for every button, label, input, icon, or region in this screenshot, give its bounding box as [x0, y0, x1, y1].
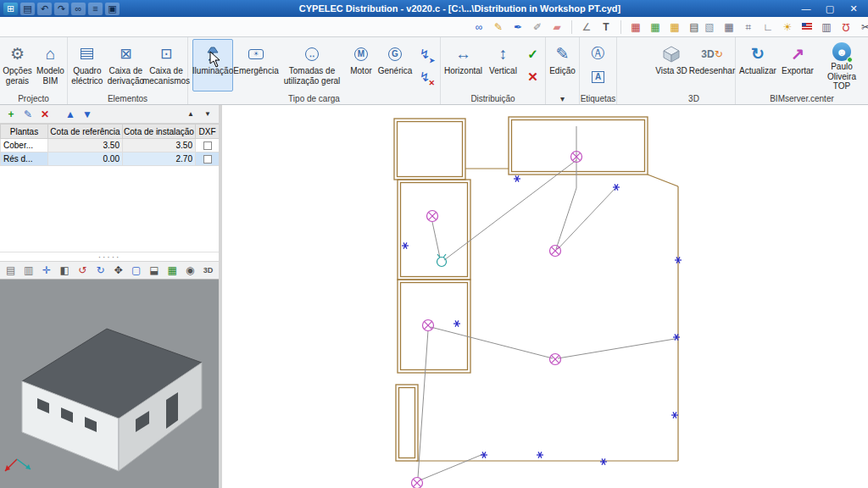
socket-symbol[interactable]: [514, 175, 520, 181]
circuit-wire[interactable]: [432, 222, 440, 258]
modelo-bim-button[interactable]: ⌂ Modelo BIM: [35, 39, 66, 92]
cell-name: Rés d...: [1, 152, 48, 166]
pencil-icon[interactable]: ✎: [491, 19, 506, 35]
caixa-derivacao-button[interactable]: ⊠ Caixa de derivação: [107, 39, 145, 92]
circuit-wire[interactable]: [420, 454, 483, 480]
screen-capture-icon[interactable]: ▣: [105, 3, 120, 15]
delete-floor-icon[interactable]: ✕: [37, 107, 53, 122]
views-icon[interactable]: ◧: [58, 263, 72, 278]
switch-symbol[interactable]: [437, 254, 447, 267]
actualizar-button[interactable]: ↻ Actualizar: [737, 39, 778, 92]
check-icon[interactable]: ✓: [525, 46, 542, 63]
motor-button[interactable]: M Motor: [346, 39, 376, 92]
edit-floor-icon[interactable]: ✎: [20, 107, 36, 122]
grid-3d-icon[interactable]: ▦: [165, 263, 180, 278]
socket-symbol[interactable]: [537, 452, 543, 458]
plants-row-res-do-chao[interactable]: Rés d... 0.00 2.70: [1, 152, 220, 166]
socket-symbol[interactable]: [600, 458, 607, 464]
load-on-icon[interactable]: ↯➤: [416, 46, 433, 63]
lamp-symbol[interactable]: [550, 246, 561, 257]
app-icon[interactable]: ⊞: [3, 3, 18, 15]
bimserver-user-button[interactable]: ☻ Paulo Oliveira TOP: [817, 39, 866, 92]
close-button[interactable]: ✕: [848, 3, 860, 14]
circuit-wire[interactable]: [418, 330, 428, 478]
drawing-area[interactable]: [222, 105, 868, 488]
sun-icon[interactable]: ☀: [780, 19, 795, 35]
render-3d-icon[interactable]: 3D: [201, 263, 215, 278]
ortho-icon[interactable]: ∟: [760, 19, 776, 35]
vista-3d-button[interactable]: Vista 3D: [654, 39, 689, 92]
eraser-icon[interactable]: ▰: [549, 19, 565, 35]
model-3d-viewport[interactable]: [0, 280, 219, 488]
load-off-icon[interactable]: ↯✕: [416, 69, 433, 86]
generica-button[interactable]: G Genérica: [377, 39, 413, 92]
opcoes-gerais-button[interactable]: ⚙ Opções gerais: [1, 39, 34, 92]
grid-icon[interactable]: ▦: [721, 19, 737, 35]
socket-symbol[interactable]: [671, 412, 678, 418]
table-green-icon[interactable]: ▦: [648, 19, 663, 35]
vertical-button[interactable]: ↕ Vertical: [486, 39, 521, 92]
dxf-checkbox[interactable]: [203, 155, 212, 164]
collapse-down-icon[interactable]: ▼: [200, 107, 215, 122]
redesenhar-button[interactable]: 3D↻ Redesenhar: [690, 39, 734, 92]
printer-icon[interactable]: ▤: [687, 19, 702, 35]
edicao-button[interactable]: ✎ Edição: [547, 39, 578, 92]
panel-splitter-handle[interactable]: ·····: [0, 252, 219, 261]
table-yellow-icon[interactable]: ▦: [667, 19, 682, 35]
cancel-x-icon[interactable]: ✕: [525, 69, 542, 86]
dxf-checkbox[interactable]: [203, 141, 212, 150]
auto-label-icon[interactable]: Ⓐ: [590, 46, 607, 63]
axes-icon[interactable]: ✛: [39, 263, 53, 278]
minimize-button[interactable]: —: [800, 3, 812, 14]
sections-icon[interactable]: ▥: [21, 263, 36, 278]
pen-icon[interactable]: ✒: [510, 19, 526, 35]
monitor-icon[interactable]: ⬓: [147, 263, 161, 278]
library-icon[interactable]: ≡: [88, 3, 103, 15]
cube-view-icon[interactable]: ▧: [702, 19, 717, 35]
zoom-extents-icon[interactable]: ▢: [129, 263, 143, 278]
undo-icon[interactable]: ↶: [37, 3, 52, 15]
floors-icon[interactable]: ▤: [3, 263, 18, 278]
quadro-electrico-button[interactable]: Quadro eléctrico: [69, 39, 106, 92]
scissors-icon[interactable]: ✂: [858, 19, 868, 35]
label-icon[interactable]: A: [590, 69, 607, 86]
move-down-icon[interactable]: ▼: [80, 107, 95, 122]
rotate-left-icon[interactable]: ↺: [75, 263, 90, 278]
text-icon[interactable]: T: [598, 19, 614, 35]
binoculars-icon[interactable]: ∞: [71, 3, 86, 15]
socket-symbol[interactable]: [402, 242, 409, 248]
save-icon[interactable]: ▤: [20, 3, 35, 15]
ruler-icon[interactable]: ∠: [579, 19, 594, 35]
circuit-wire[interactable]: [431, 327, 553, 358]
circuit-wire[interactable]: [558, 339, 675, 358]
collapse-up-icon[interactable]: ▲: [183, 107, 198, 122]
floor-plan-canvas[interactable]: [222, 105, 868, 488]
lamp-symbol[interactable]: [427, 211, 438, 222]
caixa-mecanismos-button[interactable]: ⊡ Caixa de mecanismos: [146, 39, 186, 92]
visibility-icon[interactable]: ◉: [183, 263, 198, 278]
brush-icon[interactable]: ✐: [530, 19, 545, 35]
redo-icon[interactable]: ↷: [54, 3, 69, 15]
emergencia-button[interactable]: ☀ Emergência: [234, 39, 278, 92]
lamp-symbol[interactable]: [423, 320, 434, 331]
table-red-icon[interactable]: ▦: [628, 19, 643, 35]
edicao-more-button[interactable]: ▾: [546, 94, 579, 103]
binoculars-search-icon[interactable]: ∞: [471, 19, 487, 35]
socket-symbol[interactable]: [453, 320, 460, 326]
magnet-icon[interactable]: Ω: [838, 19, 854, 35]
pan-icon[interactable]: ✥: [111, 263, 125, 278]
lamp-symbol[interactable]: [412, 478, 423, 488]
language-flag-icon[interactable]: [799, 19, 815, 35]
horizontal-button[interactable]: ↔ Horizontal: [442, 39, 485, 92]
move-up-icon[interactable]: ▲: [63, 107, 78, 122]
layers-icon[interactable]: ▥: [819, 19, 834, 35]
plants-row-cobertura[interactable]: Cober... 3.50 3.50: [1, 139, 220, 152]
maximize-button[interactable]: ▢: [824, 3, 836, 14]
lamp-symbol[interactable]: [550, 354, 561, 365]
snap-grid-icon[interactable]: ⌗: [741, 19, 756, 35]
rotate-right-icon[interactable]: ↻: [93, 263, 108, 278]
socket-symbol[interactable]: [481, 452, 487, 458]
add-floor-icon[interactable]: +: [3, 107, 19, 122]
exportar-button[interactable]: ↗ Exportar: [779, 39, 816, 92]
tomadas-button[interactable]: ‥ Tomadas de utilização geral: [279, 39, 345, 92]
